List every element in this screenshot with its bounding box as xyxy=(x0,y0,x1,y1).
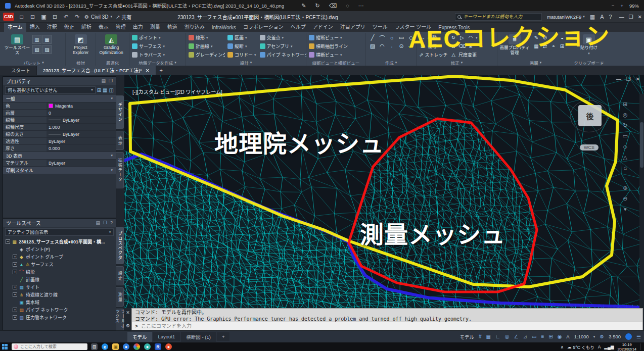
prop-row-linetype[interactable]: 線種 ByLayer xyxy=(3,117,116,124)
rectangle-icon[interactable]: ▭ xyxy=(397,34,405,42)
app-store-icon[interactable]: ▦ xyxy=(590,14,595,20)
customize-status-icon[interactable]: ☰ xyxy=(636,334,641,339)
tab-design[interactable]: デザイン xyxy=(116,95,124,129)
tab-survey-palette[interactable]: 測量 xyxy=(116,287,124,307)
osnap-icon[interactable]: ∠ xyxy=(514,334,519,339)
fillet-icon[interactable]: ◠ xyxy=(467,34,474,41)
delete-icon[interactable]: ⌫ xyxy=(329,3,337,9)
arc-icon[interactable]: ⌒ xyxy=(378,34,386,42)
section-plot-style[interactable]: 印刷スタイル▾ xyxy=(3,167,116,174)
paste-button[interactable]: ▣ 貼り付け ▾ xyxy=(576,33,602,56)
nav-more-icon[interactable]: ▾ xyxy=(624,206,627,213)
tab-drawing[interactable]: 230123_サーフェス合...(ULF工法・PCF工法)* ✕ xyxy=(37,66,156,75)
move-button[interactable]: ↔ 移動 xyxy=(418,33,447,42)
feature-line-button[interactable]: 計画線▾ xyxy=(188,42,225,51)
restore-icon[interactable]: ❐ xyxy=(626,76,631,82)
region-icon[interactable]: ⊙ xyxy=(397,42,405,51)
tab-insert[interactable]: 挿入 xyxy=(26,22,43,32)
prop-row-color[interactable]: 色 Magenta xyxy=(3,103,116,110)
taskbar-search-input[interactable] xyxy=(20,344,85,349)
full-nav-icon[interactable]: ⊞ xyxy=(623,101,627,108)
save-icon[interactable]: ▣ xyxy=(40,14,48,20)
properties-title-bar[interactable]: プロパティ ▤ ❐ xyxy=(3,77,116,85)
prop-row-lineweight[interactable]: 線の太さ ByLayer xyxy=(3,131,116,138)
sample-lines-button[interactable]: 横断抽出ライン xyxy=(308,42,349,51)
tree-root[interactable]: − ▦ 230123_サーフェス合成●001平面図・横... xyxy=(3,238,116,245)
expand-icon[interactable]: + xyxy=(13,262,17,267)
copy-button[interactable]: ⊞ 複写 xyxy=(418,42,447,51)
spline-icon[interactable]: ◠ xyxy=(378,42,386,51)
drawing-canvas[interactable] xyxy=(124,75,644,308)
tab-model[interactable]: モデル xyxy=(127,332,152,342)
expand-icon[interactable]: + xyxy=(13,255,17,259)
zoom-in-icon[interactable]: + xyxy=(620,3,623,9)
tree-item-feature-lines[interactable]: ╱ 計画線 xyxy=(3,276,116,283)
workspace-switcher[interactable]: ⚙ Civil 3D ▾ xyxy=(84,14,112,20)
showmotion-icon[interactable]: △ xyxy=(623,154,627,161)
undo-icon[interactable]: ↶ xyxy=(62,14,70,20)
quick-select-icon[interactable]: ⊞ xyxy=(97,87,101,93)
redo-icon[interactable]: ↷ xyxy=(73,14,81,20)
tab-start[interactable]: スタート xyxy=(5,66,37,75)
prop-row-material[interactable]: マテリアル ByLayer xyxy=(3,160,116,167)
panel-label-layers[interactable]: 画層▾ xyxy=(499,59,572,66)
tree-item-sites[interactable]: + ▦ サイト xyxy=(3,283,116,291)
select-objects-icon[interactable]: ▦ xyxy=(103,87,107,93)
weather-widget[interactable]: ☁ 5°C くもり xyxy=(567,344,594,350)
prop-row-transparency[interactable]: 透過性 ByLayer xyxy=(3,138,116,145)
tab-help[interactable]: ヘルプ xyxy=(287,22,309,32)
panel-label-ground[interactable]: 地盤データを作成▾ xyxy=(131,59,184,66)
otrack-icon[interactable]: ⊿ xyxy=(523,334,527,339)
command-input[interactable] xyxy=(141,323,639,329)
zoom-out-icon[interactable]: − xyxy=(612,3,615,9)
firefox-icon[interactable]: ● xyxy=(165,343,172,350)
steering-wheel-icon[interactable]: ◇ xyxy=(623,143,627,150)
plot-icon[interactable]: ⊟ xyxy=(51,14,59,20)
app-icon[interactable]: ● xyxy=(123,343,129,350)
tab-addins[interactable]: アドイン xyxy=(309,22,337,32)
polygon-icon[interactable]: ◇ xyxy=(407,34,415,42)
layer-tool-5-icon[interactable]: ▦ xyxy=(533,43,540,50)
tab-survey[interactable]: 測量 xyxy=(147,22,164,32)
pin-icon[interactable]: ▤ xyxy=(96,220,100,225)
selection-dropdown[interactable]: 何も選択されていません ▾ xyxy=(5,86,96,94)
section-views-button[interactable]: 横断ビュー▾ xyxy=(308,51,349,59)
tab-collaborate[interactable]: コラボレーション xyxy=(240,22,287,32)
layer-tool-4-icon[interactable]: ◒ xyxy=(559,34,566,41)
scrollbar-thumb[interactable] xyxy=(640,122,643,168)
layer-tool-1-icon[interactable]: ✎ xyxy=(533,34,540,41)
annotation-scale[interactable]: 1:1000 xyxy=(574,334,589,339)
traverse-button[interactable]: トラバース▾ xyxy=(131,51,166,59)
tab-rail[interactable]: 軌道 xyxy=(164,22,181,32)
ime-indicator[interactable]: A xyxy=(598,344,601,349)
transparency-icon[interactable]: ≡ xyxy=(541,334,544,339)
assembly-button[interactable]: アセンブリ▾ xyxy=(259,42,306,51)
surfaces-button[interactable]: サーフェス▾ xyxy=(131,42,166,51)
close-icon[interactable]: ✕ xyxy=(638,14,642,20)
expand-icon[interactable]: + xyxy=(13,270,17,274)
hidden-icons-caret[interactable]: ∧ xyxy=(561,344,564,349)
new-drawing-icon[interactable]: + xyxy=(156,66,166,75)
annotate-icon[interactable]: ✎ xyxy=(301,3,306,9)
rotate-icon[interactable]: ↻ xyxy=(315,3,319,9)
point-icon[interactable]: ∙ xyxy=(388,42,396,51)
tree-item-points[interactable]: ◈ ポイント(P) xyxy=(3,245,116,253)
panorama-palette-icon[interactable]: ▦ xyxy=(42,35,52,44)
trim-icon[interactable]: ⊿ xyxy=(450,43,457,50)
help-search[interactable] xyxy=(455,13,542,21)
properties-palette-icon[interactable]: ▥ xyxy=(32,35,41,44)
snap-icon[interactable]: ▦ xyxy=(486,334,491,339)
section-general[interactable]: 一般▾ xyxy=(3,95,116,103)
orbit-icon[interactable]: ↻ xyxy=(623,122,627,129)
toolspace-button[interactable]: ▤ ツールスペース xyxy=(4,33,31,56)
taskbar-search[interactable] xyxy=(12,343,87,350)
open-icon[interactable]: ⊡ xyxy=(29,14,36,20)
tab-annotate[interactable]: 注釈 xyxy=(43,22,61,32)
layer-tool-3-icon[interactable]: ◑ xyxy=(550,34,557,41)
tab-analyze[interactable]: 解析 xyxy=(78,22,95,32)
tab-toolbox[interactable]: ツールボックス xyxy=(116,309,124,331)
filters-icon[interactable]: ◌ xyxy=(346,3,349,9)
account-menu[interactable]: matutaniWK2F9 ▾ xyxy=(547,14,585,20)
help-icon[interactable]: ? xyxy=(609,14,612,20)
tab-raster-tools[interactable]: ラスター ツール xyxy=(391,22,435,32)
